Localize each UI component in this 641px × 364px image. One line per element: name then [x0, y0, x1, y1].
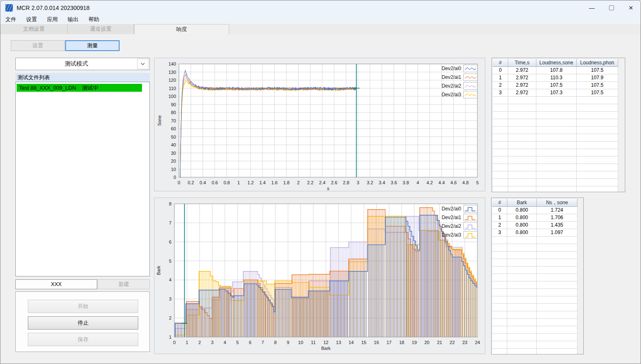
menu-item-2[interactable]: 应用	[42, 15, 63, 24]
menu-item-4[interactable]: 帮助	[83, 15, 104, 24]
y-tick-label: 80	[171, 110, 176, 115]
x-tick-label: 7	[262, 340, 264, 345]
table-cell	[507, 274, 537, 281]
table-cell	[536, 164, 577, 171]
table-cell	[507, 252, 537, 259]
legend-label: Dev2/ai2	[442, 223, 461, 229]
y-tick-label: 10	[171, 167, 176, 172]
menu-item-1[interactable]: 设置	[21, 15, 42, 24]
x-tick-label: 9	[287, 340, 289, 345]
column-header: #	[492, 199, 507, 206]
x-tick-label: 2.4	[319, 180, 325, 185]
table-row[interactable]: 30.8001.097	[492, 229, 577, 237]
stop-button[interactable]: 停止	[28, 316, 138, 330]
menu-item-0[interactable]: 文件	[0, 15, 21, 24]
table-cell	[536, 134, 577, 141]
table-cell	[577, 127, 618, 134]
table-cell	[577, 171, 618, 178]
chart-legend: Dev2/ai0Dev2/ai1Dev2/ai2Dev2/ai3	[442, 64, 477, 99]
legend-label: Dev2/ai0	[442, 66, 461, 71]
new-button[interactable]: 新建	[98, 279, 150, 289]
table-cell	[492, 319, 507, 326]
legend-label: Dev2/ai1	[442, 74, 461, 80]
table-cell	[507, 341, 537, 348]
table-cell	[492, 349, 507, 354]
table-row[interactable]: 32.972107.3107.5	[493, 89, 618, 97]
start-button[interactable]: 开始	[28, 300, 138, 313]
y-tick-label: 140	[169, 61, 176, 66]
bark-spectrum-chart[interactable]: 0123456789101112131415161718192021222324…	[154, 198, 485, 354]
table-cell: 3	[493, 89, 508, 96]
table-cell: 2	[493, 82, 508, 89]
tab-1[interactable]: 通道设置	[68, 24, 134, 34]
loudness-time-chart[interactable]: 00.20.40.60.811.21.41.61.822.22.42.62.83…	[154, 58, 485, 191]
table-cell	[493, 179, 508, 186]
minimize-button[interactable]: —	[582, 0, 602, 15]
table-cell	[507, 244, 537, 251]
table-cell	[537, 266, 577, 274]
table-cell	[492, 326, 507, 333]
y-axis-label: Bark	[156, 266, 161, 275]
column-header: Bark	[507, 199, 537, 206]
table-row[interactable]: 10.8001.706	[492, 214, 577, 222]
legend-item: Dev2/ai1	[442, 213, 477, 222]
table-cell	[493, 97, 508, 104]
table-cell	[508, 186, 536, 192]
bark-table-panel: #BarkNs，sone00.8001.72410.8001.70620.800…	[491, 198, 584, 354]
x-tick-label: 16	[374, 340, 379, 345]
x-tick-label: 4	[224, 340, 226, 345]
maximize-button[interactable]	[602, 0, 621, 15]
table-row[interactable]: 20.8001.435	[492, 222, 577, 229]
table-row-empty	[492, 274, 577, 281]
table-row[interactable]: 12.972110.3107.9	[493, 74, 618, 82]
table-cell	[493, 127, 508, 134]
table-cell	[537, 349, 577, 354]
x-tick-label: 4.4	[438, 180, 445, 185]
settings-subtab-button[interactable]: 设置	[11, 40, 65, 51]
save-button[interactable]: 保存	[28, 333, 138, 346]
x-tick-label: 4	[416, 180, 419, 185]
legend-label: Dev2/ai3	[442, 92, 461, 98]
tab-0[interactable]: 文档设置	[0, 24, 68, 34]
menu-item-3[interactable]: 输出	[63, 15, 83, 24]
loudness-time-chart-panel[interactable]: 00.20.40.60.811.21.41.61.822.22.42.62.83…	[154, 58, 485, 191]
close-button[interactable]: ✕	[621, 0, 641, 15]
table-cell	[537, 259, 577, 266]
y-tick-label: 2	[169, 315, 171, 320]
table-cell: 3	[492, 229, 507, 236]
xxx-button[interactable]: XXX	[15, 279, 97, 289]
table-cell	[577, 149, 618, 156]
table-cell: 1	[492, 214, 507, 221]
table-row[interactable]: 00.8001.724	[492, 207, 577, 214]
table-row[interactable]: 22.972107.5107.5	[493, 82, 618, 89]
table-cell	[507, 334, 537, 341]
table-cell	[507, 296, 537, 303]
x-tick-label: 3.2	[367, 180, 373, 185]
x-tick-label: 0	[173, 340, 176, 345]
test-mode-select[interactable]: 测试模式	[15, 58, 150, 70]
test-file-listbox[interactable]: Test 88_XXX_009_LDN 测试中	[15, 82, 150, 276]
table-cell	[493, 171, 508, 178]
table-cell: 1.435	[537, 222, 577, 229]
x-tick-label: 4.6	[450, 180, 457, 185]
table-row[interactable]: 02.972107.8107.5	[493, 67, 618, 74]
maximize-icon	[609, 5, 614, 10]
x-tick-label: 3.6	[391, 180, 397, 185]
table-cell: 1.724	[537, 207, 577, 214]
table-cell	[492, 259, 507, 266]
x-tick-label: 15	[361, 340, 366, 345]
x-tick-label: 0.6	[212, 180, 218, 185]
bar-series-icon	[463, 205, 477, 213]
table-row-empty	[492, 237, 577, 244]
tab-2[interactable]: 响度	[134, 24, 229, 34]
table-cell	[493, 164, 508, 171]
bark-spectrum-chart-panel[interactable]: 0123456789101112131415161718192021222324…	[154, 198, 485, 354]
table-row-empty	[493, 179, 618, 186]
line-series-icon	[463, 91, 477, 98]
test-file-item[interactable]: Test 88_XXX_009_LDN 测试中	[17, 84, 142, 92]
measure-subtab-button[interactable]: 测量	[65, 40, 120, 51]
window-controls: — ✕	[582, 0, 641, 15]
table-cell	[507, 349, 537, 354]
app-logo-icon	[5, 4, 13, 12]
x-tick-label: 0.8	[223, 180, 230, 185]
